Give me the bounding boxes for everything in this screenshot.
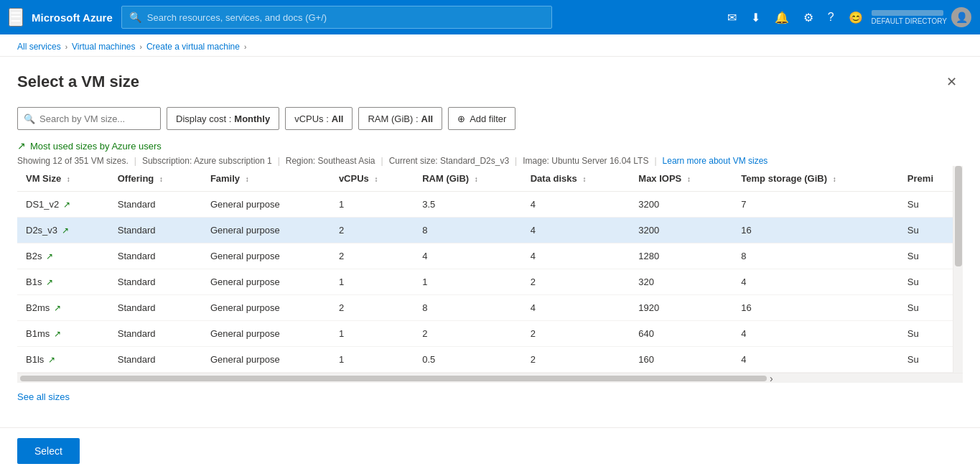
trending-icon: ↗ [62, 226, 69, 236]
table-row[interactable]: DS1_v2↗StandardGeneral purpose13.5432007… [17, 192, 963, 218]
cell-ram: 1 [414, 269, 522, 295]
topbar: ☰ Microsoft Azure 🔍 ✉ ⬇ 🔔 ⚙ ? 😊 DEFAULT … [0, 0, 980, 34]
ram-label: RAM (GiB) : [368, 113, 418, 124]
cell-tempstorage: 4 [732, 269, 899, 295]
cell-maxiops: 160 [630, 347, 732, 373]
user-menu[interactable]: DEFAULT DIRECTORY 👤 [872, 7, 971, 27]
page-title: Select a VM size [17, 73, 139, 91]
col-datadisks[interactable]: Data disks ↕ [522, 166, 630, 192]
vertical-scrollbar[interactable] [953, 166, 963, 373]
cell-vcpus: 2 [330, 243, 414, 269]
table-row[interactable]: B1ls↗StandardGeneral purpose10.521604Su [17, 347, 963, 373]
notifications-icon[interactable]: ✉ [722, 8, 742, 27]
filters-row: 🔍 Display cost : Monthly vCPUs : All RAM… [17, 107, 963, 130]
scroll-right-arrow[interactable]: › [770, 373, 773, 384]
cell-vmsize: B1ms↗ [17, 321, 109, 347]
cell-datadisks: 4 [522, 218, 630, 243]
cell-family: General purpose [202, 269, 330, 295]
hamburger-menu[interactable]: ☰ [9, 8, 23, 27]
add-filter-icon: ⊕ [457, 113, 465, 124]
col-family[interactable]: Family ↕ [202, 166, 330, 192]
cell-datadisks: 4 [522, 192, 630, 218]
horizontal-scrollbar[interactable]: › [17, 373, 963, 383]
table-wrapper[interactable]: VM Size ↕ Offering ↕ Family ↕ vCPUs ↕ RA… [17, 166, 963, 373]
cell-family: General purpose [202, 321, 330, 347]
col-ram[interactable]: RAM (GiB) ↕ [414, 166, 522, 192]
vcpus-value: All [332, 113, 344, 124]
vm-size-search[interactable] [39, 113, 154, 124]
azure-logo: Microsoft Azure [32, 11, 113, 24]
ram-filter[interactable]: RAM (GiB) : All [358, 107, 442, 130]
table-row[interactable]: B1s↗StandardGeneral purpose1123204Su [17, 269, 963, 295]
cell-maxiops: 640 [630, 321, 732, 347]
vcpus-label: vCPUs : [294, 113, 329, 124]
display-cost-filter[interactable]: Display cost : Monthly [167, 107, 279, 130]
cell-tempstorage: 16 [732, 295, 899, 321]
close-button[interactable]: ✕ [941, 71, 963, 93]
vcpus-filter[interactable]: vCPUs : All [285, 107, 353, 130]
col-tempstorage[interactable]: Temp storage (GiB) ↕ [732, 166, 899, 192]
cell-ram: 3.5 [414, 192, 522, 218]
display-cost-value: Monthly [234, 113, 270, 124]
learn-more-link[interactable]: Learn more about VM sizes [663, 156, 768, 166]
breadcrumb-sep-1: › [65, 43, 67, 51]
col-vcpus[interactable]: vCPUs ↕ [330, 166, 414, 192]
directory-label: DEFAULT DIRECTORY [872, 17, 947, 25]
settings-icon[interactable]: ⚙ [798, 8, 819, 27]
main-content: Select a VM size ✕ 🔍 Display cost : Mont… [0, 57, 980, 470]
breadcrumb-create-vm[interactable]: Create a virtual machine [146, 42, 240, 52]
region-info: Region: Southeast Asia [286, 156, 375, 166]
cell-offering: Standard [109, 218, 202, 243]
col-vmsize[interactable]: VM Size ↕ [17, 166, 109, 192]
most-used-text: Most used sizes by Azure users [30, 141, 162, 152]
trending-icon: ↗ [63, 200, 70, 210]
bottom-bar: Select [0, 427, 980, 470]
table-row[interactable]: B2ms↗StandardGeneral purpose284192016Su [17, 295, 963, 321]
most-used-banner: ↗ Most used sizes by Azure users [17, 140, 963, 152]
trending-icon: ↗ [46, 251, 53, 261]
cell-ram: 8 [414, 295, 522, 321]
bell-icon[interactable]: 🔔 [769, 8, 795, 27]
hscroll-thumb[interactable] [20, 376, 767, 381]
cell-tempstorage: 4 [732, 321, 899, 347]
cell-ram: 2 [414, 321, 522, 347]
feedback-icon[interactable]: 😊 [843, 8, 869, 27]
select-button[interactable]: Select [17, 438, 80, 464]
cell-offering: Standard [109, 347, 202, 373]
avatar[interactable]: 👤 [951, 7, 971, 27]
cell-datadisks: 2 [522, 269, 630, 295]
cell-ram: 4 [414, 243, 522, 269]
col-maxiops[interactable]: Max IOPS ↕ [630, 166, 732, 192]
trending-icon: ↗ [54, 303, 61, 313]
cell-tempstorage: 16 [732, 218, 899, 243]
see-all-sizes-link[interactable]: See all sizes [17, 383, 70, 414]
table-header-row: VM Size ↕ Offering ↕ Family ↕ vCPUs ↕ RA… [17, 166, 963, 192]
cell-maxiops: 1920 [630, 295, 732, 321]
col-offering[interactable]: Offering ↕ [109, 166, 202, 192]
cell-vmsize: B2s↗ [17, 243, 109, 269]
cell-vcpus: 1 [330, 347, 414, 373]
breadcrumb-virtual-machines[interactable]: Virtual machines [72, 42, 136, 52]
cell-family: General purpose [202, 192, 330, 218]
help-icon[interactable]: ? [822, 8, 840, 27]
cell-vcpus: 1 [330, 192, 414, 218]
table-row[interactable]: B2s↗StandardGeneral purpose24412808Su [17, 243, 963, 269]
add-filter-button[interactable]: ⊕ Add filter [448, 107, 515, 130]
table-outer: VM Size ↕ Offering ↕ Family ↕ vCPUs ↕ RA… [17, 166, 963, 373]
vm-size-table: VM Size ↕ Offering ↕ Family ↕ vCPUs ↕ RA… [17, 166, 963, 373]
add-filter-label: Add filter [470, 113, 506, 124]
vscroll-thumb[interactable] [955, 166, 962, 266]
table-row[interactable]: D2s_v3↗StandardGeneral purpose284320016S… [17, 218, 963, 243]
search-input[interactable] [147, 12, 544, 23]
table-row[interactable]: B1ms↗StandardGeneral purpose1226404Su [17, 321, 963, 347]
global-search[interactable]: 🔍 [121, 6, 552, 29]
cell-vcpus: 1 [330, 321, 414, 347]
breadcrumb-all-services[interactable]: All services [17, 42, 61, 52]
cell-vmsize: D2s_v3↗ [17, 218, 109, 243]
cell-family: General purpose [202, 243, 330, 269]
cell-vcpus: 2 [330, 218, 414, 243]
cell-ram: 8 [414, 218, 522, 243]
search-box[interactable]: 🔍 [17, 107, 161, 130]
downloads-icon[interactable]: ⬇ [745, 8, 766, 27]
cell-datadisks: 4 [522, 243, 630, 269]
